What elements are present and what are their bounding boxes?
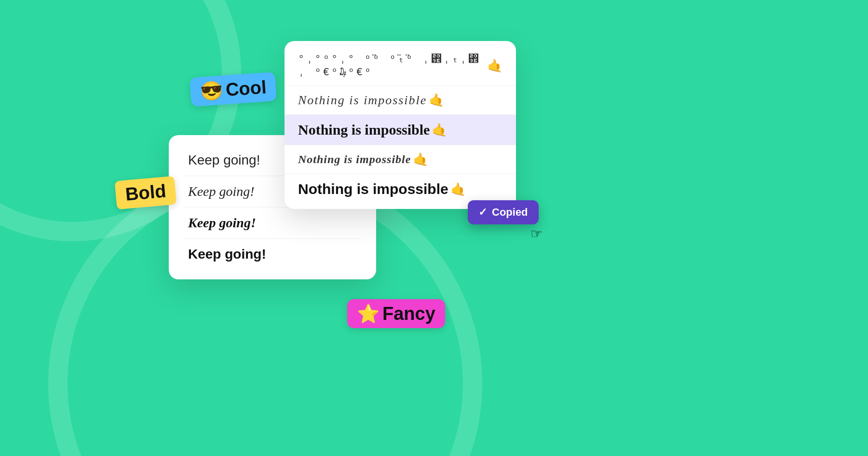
text-style-sans-bold: Nothing is impossible xyxy=(298,181,448,197)
emoji-hand: 🤙 xyxy=(450,182,466,197)
text-style-normal: Keep going! xyxy=(188,152,260,168)
cool-sticker-label: Cool xyxy=(225,77,267,100)
bold-sticker-label: Bold xyxy=(124,180,167,205)
text-style-bold: Keep going! xyxy=(188,247,266,262)
checkmark-icon: ✓ xyxy=(478,206,487,219)
text-style-bold-serif: Nothing is impossible xyxy=(298,122,430,138)
emoji-hand: 🤙 xyxy=(432,123,447,138)
text-style-italic: Keep going! xyxy=(188,184,255,199)
copied-label: Copied xyxy=(492,206,528,219)
cool-sticker-emoji: 😎 xyxy=(200,80,224,102)
text-style-dots: °ˌ°ᵒ°ˌ° ᵒ̈ᵒ ᵒ̈ₜ̈ᵒ ˌ₞ˌₜˌ₞ˌ ᵒ€ᵒ₯ᵒ€ᵒ xyxy=(298,53,485,79)
table-row-selected[interactable]: Nothing is impossible 🤙 xyxy=(285,115,516,145)
cool-sticker: 😎 Cool xyxy=(190,72,277,107)
text-style-cursive: Nothing is impossible xyxy=(298,93,427,108)
fancy-sticker-emoji: ⭐ xyxy=(357,303,380,324)
fancy-sticker: ⭐ Fancy xyxy=(347,299,445,328)
copied-tooltip: ✓ Copied xyxy=(468,200,539,224)
text-style-gothic: Nothing is impossible xyxy=(298,153,411,166)
bold-sticker: Bold xyxy=(115,176,177,210)
table-row[interactable]: Nothing is impossible 🤙 xyxy=(285,174,516,204)
emoji-hand: 🤙 xyxy=(413,152,428,167)
emoji-hand: 🤙 xyxy=(487,58,502,73)
cursor-icon: ☞ xyxy=(530,226,542,242)
nothing-impossible-card: °ˌ°ᵒ°ˌ° ᵒ̈ᵒ ᵒ̈ₜ̈ᵒ ˌ₞ˌₜˌ₞ˌ ᵒ€ᵒ₯ᵒ€ᵒ 🤙 Noth… xyxy=(285,41,516,209)
table-row[interactable]: Keep going! xyxy=(183,239,362,270)
emoji-hand: 🤙 xyxy=(429,93,444,108)
table-row[interactable]: Keep going! xyxy=(183,207,362,239)
fancy-sticker-label: Fancy xyxy=(382,304,435,324)
table-row[interactable]: Nothing is impossible 🤙 xyxy=(285,86,516,115)
text-style-bold-italic: Keep going! xyxy=(188,215,256,231)
table-row[interactable]: °ˌ°ᵒ°ˌ° ᵒ̈ᵒ ᵒ̈ₜ̈ᵒ ˌ₞ˌₜˌ₞ˌ ᵒ€ᵒ₯ᵒ€ᵒ 🤙 xyxy=(285,46,516,86)
table-row[interactable]: Nothing is impossible 🤙 xyxy=(285,145,516,174)
